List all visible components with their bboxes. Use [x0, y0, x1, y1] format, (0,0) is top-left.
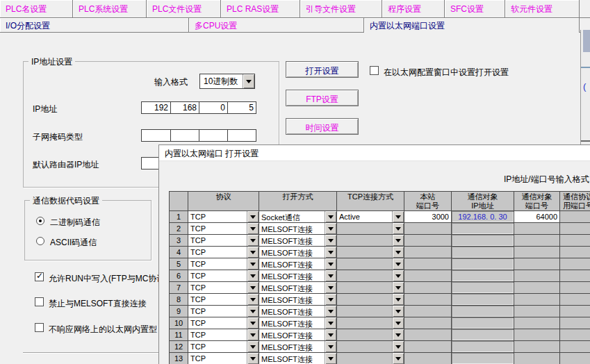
dropdown-button[interactable] [247, 341, 259, 352]
dropdown-button[interactable] [247, 294, 259, 305]
tab-I/O分配设置[interactable]: I/O分配设置 [0, 18, 189, 32]
cell-dropdown-value[interactable]: TCP [188, 282, 247, 293]
dropdown-button[interactable] [247, 247, 259, 258]
tab-内置以太网端口设置[interactable]: 内置以太网端口设置 [364, 18, 580, 33]
ftp-settings-button[interactable]: FTP设置 [286, 90, 359, 106]
cell-dropdown-value[interactable]: TCP [188, 353, 247, 364]
cell-dropdown-value[interactable]: Socket通信 [259, 211, 325, 222]
dropdown-button[interactable] [325, 247, 336, 258]
ethernet-config-checkbox[interactable] [370, 66, 379, 75]
dropdown-button[interactable] [325, 282, 336, 293]
tab-程序设置[interactable]: 程序设置 [382, 0, 445, 17]
dest-ip-cell[interactable]: 192.168. 0. 30 [452, 211, 514, 223]
allow-run-write-checkbox[interactable]: ✓ [35, 272, 44, 281]
chevron-down-icon [328, 298, 334, 301]
dropdown-button[interactable] [247, 317, 259, 329]
time-settings-button[interactable]: 时间设置 [286, 118, 359, 135]
cell-dropdown-value[interactable]: MELSOFT连接 [259, 329, 325, 340]
tab-SFC设置[interactable]: SFC设置 [445, 0, 505, 17]
dest-port-cell[interactable]: 64000 [514, 211, 560, 223]
ip-octet-input[interactable]: 0 [199, 102, 227, 113]
cell-dropdown: TCP [188, 223, 259, 234]
no-response-checkbox[interactable] [35, 323, 44, 332]
cell-dropdown-value[interactable]: TCP [188, 341, 247, 352]
row-number-cell: 6 [170, 270, 188, 282]
tab-PLC系统设置[interactable]: PLC系统设置 [73, 0, 147, 17]
cell-dropdown-value[interactable]: TCP [188, 329, 247, 340]
dropdown-button[interactable] [325, 235, 336, 246]
dropdown-button[interactable] [325, 353, 336, 364]
dropdown-button[interactable] [392, 211, 404, 222]
open-method-cell: MELSOFT连接 [259, 294, 337, 306]
dropdown-button[interactable] [325, 306, 336, 317]
cell-dropdown-value[interactable]: TCP [188, 258, 247, 270]
dropdown-button[interactable] [325, 294, 336, 305]
local-port-cell[interactable]: 3000 [404, 211, 452, 223]
tab-引导文件设置[interactable]: 引导文件设置 [300, 0, 382, 17]
protocol-cell: TCP [188, 211, 259, 223]
dropdown-button[interactable] [325, 329, 336, 340]
dropdown-button[interactable] [247, 235, 259, 246]
dropdown-button[interactable] [325, 317, 336, 329]
tcp-mode-cell [337, 258, 404, 270]
dropdown-button[interactable] [325, 211, 336, 222]
dropdown-button[interactable] [247, 270, 259, 281]
cell-dropdown-value[interactable]: TCP [188, 270, 247, 281]
cell-dropdown-value[interactable]: TCP [188, 294, 247, 305]
dropdown-button[interactable] [247, 329, 259, 340]
disable-melsoft-checkbox[interactable] [35, 297, 44, 306]
cell-dropdown-value[interactable]: TCP [188, 317, 247, 329]
cell-dropdown-value[interactable]: MELSOFT连接 [259, 270, 325, 281]
dropdown-button[interactable] [325, 341, 336, 352]
cell-dropdown-value[interactable]: MELSOFT连接 [259, 317, 325, 329]
binary-comm-radio[interactable] [36, 217, 44, 225]
column-header: 通信对象 端口号 [514, 192, 560, 211]
row-number-cell: 5 [170, 258, 188, 270]
input-format-dropdown[interactable]: 10进制数 [199, 74, 255, 89]
dropdown-button[interactable] [247, 258, 259, 270]
cell-dropdown-value[interactable]: MELSOFT连接 [259, 353, 325, 364]
tab-PLC RAS设置[interactable]: PLC RAS设置 [221, 0, 300, 17]
cell-dropdown-value [337, 306, 392, 317]
cell-dropdown-value[interactable]: MELSOFT连接 [259, 341, 325, 352]
cell-dropdown-value[interactable]: MELSOFT连接 [259, 258, 325, 270]
dropdown-button[interactable] [325, 270, 336, 281]
tab-多CPU设置[interactable]: 多CPU设置 [189, 18, 364, 32]
dialog-titlebar[interactable]: 内置以太网端口 打开设置 [159, 145, 590, 161]
cell-dropdown-value[interactable]: MELSOFT连接 [259, 306, 325, 317]
cell-dropdown-value[interactable]: Active [337, 211, 392, 222]
subnet-octet-input[interactable] [170, 130, 199, 141]
ip-octet-input[interactable]: 5 [227, 102, 256, 113]
dropdown-button[interactable] [247, 282, 259, 293]
subnet-octet-input[interactable] [199, 130, 227, 141]
dropdown-button[interactable] [247, 223, 259, 234]
dropdown-button [392, 306, 404, 317]
cell-dropdown-value[interactable]: MELSOFT连接 [259, 235, 325, 246]
ascii-comm-radio[interactable] [36, 237, 44, 245]
ip-octet-input[interactable]: 192 [142, 102, 170, 113]
dropdown-button[interactable] [325, 223, 336, 234]
dropdown-button[interactable] [247, 353, 259, 364]
subnet-octet-input[interactable] [142, 130, 170, 141]
cell-dropdown-value[interactable]: MELSOFT连接 [259, 282, 325, 293]
subnet-octet-input[interactable] [227, 130, 256, 141]
cell-dropdown-value[interactable]: TCP [188, 211, 247, 222]
dropdown-button[interactable] [247, 306, 259, 317]
cell-dropdown-value[interactable]: MELSOFT连接 [259, 294, 325, 305]
tab-PLC文件设置[interactable]: PLC文件设置 [147, 0, 221, 17]
cell-dropdown-value[interactable]: TCP [188, 223, 247, 234]
cell-dropdown-value[interactable]: TCP [188, 247, 247, 258]
table-row: 11TCPMELSOFT连接 [170, 329, 590, 341]
cell-dropdown-value[interactable]: TCP [188, 235, 247, 246]
dest-ip-cell [452, 282, 514, 294]
dropdown-button[interactable] [243, 74, 254, 88]
open-settings-button[interactable]: 打开设置 [286, 61, 359, 78]
tab-软元件设置[interactable]: 软元件设置 [505, 0, 580, 17]
dropdown-button[interactable] [325, 258, 336, 270]
ip-octet-input[interactable]: 168 [170, 102, 199, 113]
cell-dropdown-value[interactable]: MELSOFT连接 [259, 247, 325, 258]
tab-PLC名设置[interactable]: PLC名设置 [0, 0, 73, 17]
cell-dropdown-value[interactable]: TCP [188, 306, 247, 317]
cell-dropdown-value[interactable]: MELSOFT连接 [259, 223, 325, 234]
dropdown-button[interactable] [247, 211, 259, 222]
